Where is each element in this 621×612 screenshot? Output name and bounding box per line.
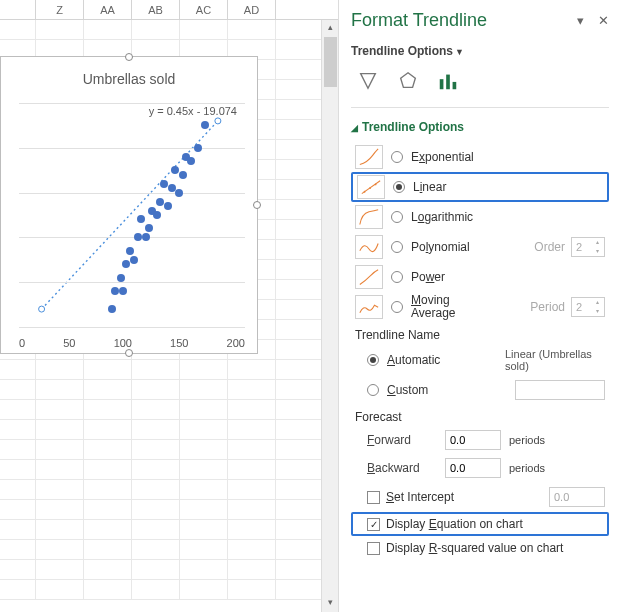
radio[interactable] — [393, 181, 405, 193]
effects-tab-icon[interactable] — [397, 70, 419, 95]
display-r-squared[interactable]: Display R-squared value on chart — [351, 536, 609, 560]
radio[interactable] — [367, 384, 379, 396]
radio[interactable] — [391, 301, 403, 313]
name-automatic[interactable]: Automatic Linear (Umbrellas sold) — [351, 344, 609, 376]
data-point[interactable] — [134, 233, 142, 241]
option-moving-average[interactable]: MovingAverage Period2▴▾ — [351, 292, 609, 322]
data-point[interactable] — [164, 202, 172, 210]
svg-marker-3 — [401, 73, 416, 88]
plot-area[interactable] — [19, 103, 245, 327]
option-exponential[interactable]: Exponential — [351, 142, 609, 172]
radio[interactable] — [391, 211, 403, 223]
format-trendline-pane: Format Trendline ▾ ✕ Trendline Options▼ … — [338, 0, 621, 612]
name-custom[interactable]: Custom — [351, 376, 609, 404]
scroll-thumb[interactable] — [324, 37, 337, 87]
data-point[interactable] — [187, 157, 195, 165]
linear-icon — [357, 175, 385, 199]
dropdown-icon[interactable]: ▾ — [577, 13, 584, 28]
spreadsheet-area: Z AA AB AC AD ▴ ▾ Umbrellas sold y = 0.4… — [0, 0, 338, 612]
label: Linear — [413, 180, 446, 194]
intercept-input — [549, 487, 605, 507]
period-label: Period — [530, 300, 565, 314]
data-point[interactable] — [160, 180, 168, 188]
x-tick: 100 — [114, 337, 132, 349]
data-point[interactable] — [126, 247, 134, 255]
auto-name-value: Linear (Umbrellas sold) — [505, 348, 605, 372]
chart-object[interactable]: Umbrellas sold y = 0.45x - 19.074 0 50 1… — [0, 56, 258, 354]
col-header-AD[interactable]: AD — [228, 0, 276, 19]
logarithmic-icon — [355, 205, 383, 229]
col-header-AB[interactable]: AB — [132, 0, 180, 19]
col-header[interactable] — [0, 0, 36, 19]
trendline[interactable] — [19, 103, 245, 327]
resize-handle[interactable] — [125, 53, 133, 61]
col-header-AC[interactable]: AC — [180, 0, 228, 19]
svg-rect-4 — [440, 79, 444, 89]
radio[interactable] — [391, 271, 403, 283]
label: Polynomial — [411, 240, 470, 254]
vertical-scrollbar[interactable]: ▴ ▾ — [321, 20, 338, 612]
data-point[interactable] — [153, 211, 161, 219]
fill-line-tab-icon[interactable] — [357, 70, 379, 95]
forecast-backward: Backward periods — [351, 454, 609, 482]
scroll-down-icon[interactable]: ▾ — [322, 595, 338, 612]
data-point[interactable] — [145, 224, 153, 232]
x-tick: 150 — [170, 337, 188, 349]
data-point[interactable] — [119, 287, 127, 295]
forecast-forward: Forward periods — [351, 426, 609, 454]
resize-handle[interactable] — [125, 349, 133, 357]
option-polynomial[interactable]: Polynomial Order2▴▾ — [351, 232, 609, 262]
resize-handle[interactable] — [253, 201, 261, 209]
data-point[interactable] — [111, 287, 119, 295]
option-logarithmic[interactable]: Logarithmic — [351, 202, 609, 232]
order-label: Order — [534, 240, 565, 254]
data-point[interactable] — [130, 256, 138, 264]
col-header-Z[interactable]: Z — [36, 0, 84, 19]
data-point[interactable] — [137, 215, 145, 223]
backward-input[interactable] — [445, 458, 501, 478]
section-trendline-options[interactable]: ◢Trendline Options — [351, 116, 609, 142]
data-point[interactable] — [117, 274, 125, 282]
forward-input[interactable] — [445, 430, 501, 450]
data-point[interactable] — [201, 121, 209, 129]
data-point[interactable] — [194, 144, 202, 152]
scroll-up-icon[interactable]: ▴ — [322, 20, 338, 37]
col-header-AA[interactable]: AA — [84, 0, 132, 19]
svg-rect-5 — [446, 75, 450, 90]
pane-tabs — [351, 68, 609, 107]
data-point[interactable] — [122, 260, 130, 268]
data-point[interactable] — [142, 233, 150, 241]
options-tab-icon[interactable] — [437, 70, 459, 95]
svg-point-1 — [39, 306, 45, 312]
data-point[interactable] — [179, 171, 187, 179]
label: Power — [411, 270, 445, 284]
close-icon[interactable]: ✕ — [598, 13, 609, 28]
data-point[interactable] — [175, 189, 183, 197]
svg-point-10 — [375, 184, 377, 186]
option-linear[interactable]: Linear — [351, 172, 609, 202]
display-equation[interactable]: ✓ Display Equation on chart — [351, 512, 609, 536]
polynomial-icon — [355, 235, 383, 259]
radio[interactable] — [367, 354, 379, 366]
label: Exponential — [411, 150, 474, 164]
radio[interactable] — [391, 151, 403, 163]
exponential-icon — [355, 145, 383, 169]
svg-point-8 — [364, 191, 366, 193]
power-icon — [355, 265, 383, 289]
data-point[interactable] — [156, 198, 164, 206]
pane-subtitle[interactable]: Trendline Options▼ — [351, 40, 609, 68]
svg-rect-6 — [453, 82, 457, 89]
data-point[interactable] — [168, 184, 176, 192]
checkbox[interactable]: ✓ — [367, 518, 380, 531]
chart-title[interactable]: Umbrellas sold — [1, 57, 257, 93]
data-point[interactable] — [171, 166, 179, 174]
period-spinner: 2▴▾ — [571, 297, 605, 317]
radio[interactable] — [391, 241, 403, 253]
custom-name-input[interactable] — [515, 380, 605, 400]
checkbox[interactable] — [367, 542, 380, 555]
option-power[interactable]: Power — [351, 262, 609, 292]
order-spinner: 2▴▾ — [571, 237, 605, 257]
checkbox[interactable] — [367, 491, 380, 504]
data-point[interactable] — [108, 305, 116, 313]
set-intercept[interactable]: Set Intercept — [351, 482, 609, 512]
